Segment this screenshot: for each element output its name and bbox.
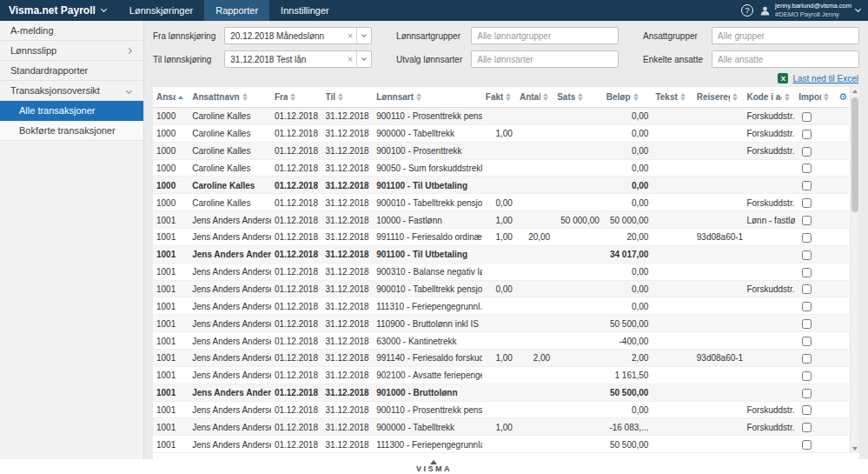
table-row[interactable]: 1001Jens Anders Andersen01.12.201831.12.… (153, 211, 849, 229)
importert-checkbox[interactable] (802, 302, 812, 311)
til-lonnskjoring-select[interactable]: 31.12.2018 Test lån × (224, 50, 372, 68)
importert-checkbox[interactable] (802, 216, 812, 225)
column-settings-button[interactable]: ⚙ (834, 87, 849, 108)
table-row[interactable]: 1001Jens Anders Andersen01.12.201831.12.… (153, 245, 849, 263)
importert-checkbox[interactable] (802, 164, 812, 173)
column-header-kode-i-a-melding[interactable]: Kode i a-mel... (743, 87, 795, 108)
cell-belop: 0,00 (603, 142, 653, 159)
table-row[interactable]: 1001Jens Anders Andersen01.12.201831.12.… (153, 401, 849, 418)
importert-checkbox[interactable] (802, 423, 812, 432)
cell-reiseregning (693, 245, 744, 263)
table-row[interactable]: 1000Caroline Kalles01.12.201831.12.20189… (153, 142, 849, 159)
table-region: Ansatt...AnsattnavnFraTilLønnsartFaktorA… (153, 87, 859, 453)
column-header-til[interactable]: Til (322, 87, 374, 108)
cell-kode-i-a-melding (743, 159, 795, 177)
excel-icon[interactable]: X (778, 73, 788, 83)
importert-checkbox[interactable] (802, 371, 812, 381)
importert-checkbox[interactable] (802, 250, 812, 260)
sidebar-item-bokforte-transaksjoner[interactable]: Bokførte transaksjoner (0, 121, 143, 141)
cell-faktor: 0,00 (482, 194, 516, 211)
importert-checkbox[interactable] (802, 112, 812, 122)
sort-icon (543, 93, 548, 101)
cell-antall (516, 315, 553, 332)
dropdown-arrow-icon[interactable] (356, 51, 371, 67)
cell-belop: 0,00 (603, 401, 653, 418)
table-row[interactable]: 1001Jens Anders Andersen01.12.201831.12.… (153, 436, 849, 453)
cell-importert (795, 436, 834, 453)
help-icon[interactable]: ? (741, 4, 753, 17)
column-header-importert[interactable]: Importert (795, 87, 834, 108)
table-row[interactable]: 1000Caroline Kalles01.12.201831.12.20189… (153, 194, 849, 211)
column-header-sats[interactable]: Sats (553, 87, 603, 108)
column-header-tekst[interactable]: Tekst (652, 87, 692, 108)
column-header-antall[interactable]: Antall (516, 87, 553, 108)
cell-importert (795, 108, 834, 125)
tab-innstillinger[interactable]: Innstillinger (269, 0, 341, 21)
column-header-lonnsart[interactable]: Lønnsart (373, 87, 482, 108)
table-scrollbar[interactable] (850, 87, 859, 453)
importert-checkbox[interactable] (802, 268, 812, 277)
table-row[interactable]: 1001Jens Anders Andersen01.12.201831.12.… (153, 315, 849, 332)
table-row[interactable]: 1001Jens Anders Andersen01.12.201831.12.… (153, 350, 849, 367)
importert-checkbox[interactable] (802, 198, 812, 208)
importert-checkbox[interactable] (802, 405, 812, 415)
table-row[interactable]: 1001Jens Anders Andersen01.12.201831.12.… (153, 280, 849, 297)
scroll-up-icon[interactable] (851, 87, 859, 96)
table-row[interactable]: 1000Caroline Kalles01.12.201831.12.20189… (153, 124, 849, 142)
cell-ansattnr: 1001 (153, 418, 189, 436)
app-menu[interactable]: Visma.net Payroll (0, 0, 118, 21)
sidebar-item-lonnsslipp[interactable]: Lønnsslipp (0, 41, 143, 61)
fra-lonnskjoring-select[interactable]: 20.12.2018 Månedslønn × (224, 27, 372, 44)
table-row[interactable]: 1000Caroline Kalles01.12.201831.12.20189… (153, 108, 849, 125)
sidebar-item-alle-transaksjoner[interactable]: Alle transaksjoner (0, 101, 143, 121)
importert-checkbox[interactable] (802, 440, 812, 450)
importert-checkbox[interactable] (802, 284, 812, 294)
table-row[interactable]: 1001Jens Anders Andersen01.12.201831.12.… (153, 418, 849, 436)
cell-fra: 01.12.2018 (271, 332, 322, 350)
clear-icon[interactable]: × (344, 30, 356, 41)
table-row[interactable]: 1000Caroline Kalles01.12.201831.12.20189… (153, 159, 849, 177)
scrollbar-thumb[interactable] (851, 97, 858, 212)
importert-checkbox[interactable] (802, 130, 812, 139)
cell-importert (795, 177, 834, 194)
column-header-ansattnavn[interactable]: Ansattnavn (189, 87, 271, 108)
user-menu[interactable]: jenny.barlund@visma.com #DEMO Payroll Je… (759, 2, 860, 19)
cell-sats (553, 142, 603, 159)
importert-checkbox[interactable] (802, 233, 812, 243)
column-header-faktor[interactable]: Faktor (482, 87, 516, 108)
cell-lonnsart: 10000 - Fastlønn (373, 211, 482, 229)
enkelte-ansatte-input[interactable] (712, 50, 859, 68)
sidebar-item-transaksjonsoversikt[interactable]: Transaksjonsoversikt (0, 81, 143, 101)
importert-checkbox[interactable] (802, 319, 812, 329)
table-row[interactable]: 1001Jens Anders Andersen01.12.201831.12.… (153, 297, 849, 315)
dropdown-arrow-icon[interactable] (356, 28, 371, 43)
importert-checkbox[interactable] (802, 389, 812, 398)
importert-checkbox[interactable] (802, 337, 812, 346)
table-row[interactable]: 1001Jens Anders Andersen01.12.201831.12.… (153, 384, 849, 401)
table-row[interactable]: 1001Jens Anders Andersen01.12.201831.12.… (153, 366, 849, 384)
table-row[interactable]: 1001Jens Anders Andersen01.12.201831.12.… (153, 229, 849, 246)
download-excel-link[interactable]: Last ned til Excel (792, 74, 858, 83)
scroll-down-icon[interactable] (851, 444, 859, 453)
cell-belop: -16 083,... (603, 418, 653, 436)
column-header-reiseregning[interactable]: Reiseregning... (693, 87, 744, 108)
tab-lonnskjoringer[interactable]: Lønnskjøringer (118, 0, 204, 21)
utvalg-lonnsarter-input[interactable] (471, 50, 619, 68)
table-row[interactable]: 1000Caroline Kalles01.12.201831.12.20189… (153, 177, 849, 194)
cell-til: 31.12.2018 (322, 245, 374, 263)
sidebar-item-standardrapporter[interactable]: Standardrapporter (0, 61, 143, 81)
sidebar-item-a-melding[interactable]: A-melding (0, 21, 143, 41)
importert-checkbox[interactable] (802, 147, 812, 157)
table-row[interactable]: 1001Jens Anders Andersen01.12.201831.12.… (153, 263, 849, 280)
column-header-belop[interactable]: Beløp (603, 87, 653, 108)
cell-sats (553, 418, 603, 436)
ansattgrupper-input[interactable] (712, 27, 859, 44)
tab-rapporter[interactable]: Rapporter (204, 0, 269, 21)
importert-checkbox[interactable] (802, 181, 812, 190)
clear-icon[interactable]: × (344, 54, 356, 64)
lonnsartgrupper-input[interactable] (471, 27, 619, 44)
table-row[interactable]: 1001Jens Anders Andersen01.12.201831.12.… (153, 332, 849, 350)
column-header-ansattnr[interactable]: Ansatt... (153, 87, 189, 108)
importert-checkbox[interactable] (802, 354, 812, 364)
column-header-fra[interactable]: Fra (271, 87, 322, 108)
